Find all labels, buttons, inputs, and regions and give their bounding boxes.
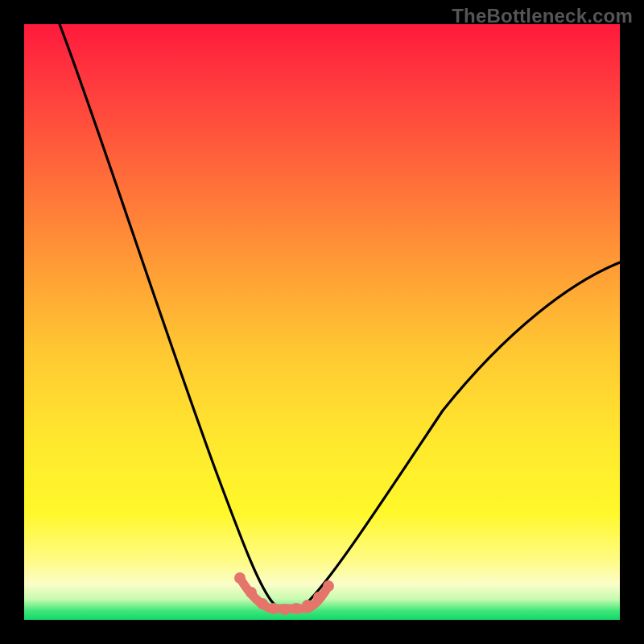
svg-point-2	[257, 598, 268, 609]
black-curve	[60, 24, 620, 611]
svg-point-7	[313, 592, 324, 603]
app-frame: TheBottleneck.com	[0, 0, 644, 644]
svg-point-5	[291, 603, 302, 614]
svg-point-8	[323, 580, 334, 592]
chart-plot-area	[24, 24, 620, 620]
svg-point-6	[302, 600, 313, 611]
svg-point-0	[234, 572, 246, 584]
svg-point-4	[279, 604, 291, 615]
svg-point-3	[268, 603, 279, 614]
pink-valley-dots	[234, 572, 334, 615]
svg-point-1	[246, 587, 257, 598]
chart-overlay	[24, 24, 620, 620]
